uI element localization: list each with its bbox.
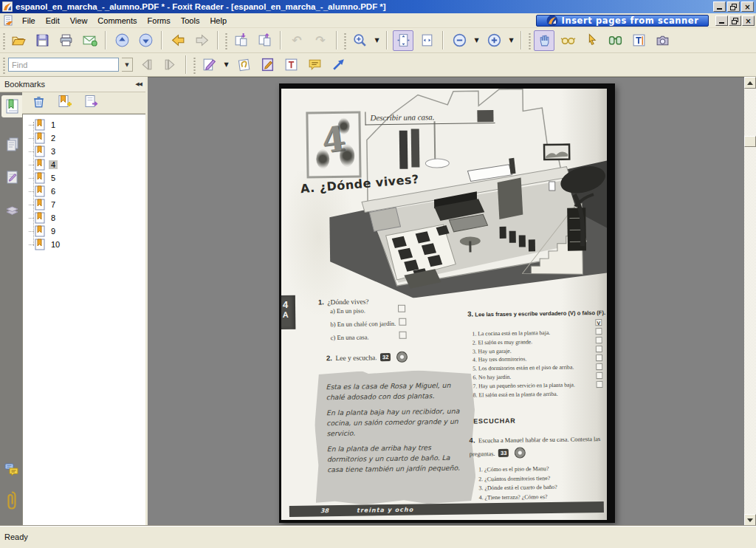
bookmark-item-3[interactable]: 3 <box>23 145 145 158</box>
bookmark-label: 9 <box>49 227 58 236</box>
layers-tab[interactable] <box>1 199 22 221</box>
note-tool-button[interactable] <box>257 55 278 75</box>
menu-file[interactable]: File <box>17 15 41 27</box>
redo-button[interactable]: ↷ <box>310 30 331 51</box>
search-button[interactable] <box>605 30 625 51</box>
menu-view[interactable]: View <box>65 15 93 27</box>
bookmark-page-icon <box>35 159 46 171</box>
exercise-1-title: 1. ¿Dónde vives? <box>318 293 369 307</box>
undo-button[interactable]: ↶ <box>286 30 307 51</box>
close-button[interactable]: × <box>741 1 754 12</box>
minimize-button[interactable] <box>713 1 726 12</box>
typewriter-tool-button[interactable] <box>281 55 301 75</box>
export-bookmark-button[interactable] <box>83 94 100 112</box>
comments-summary-tab[interactable] <box>1 459 22 481</box>
bookmark-label: 4 <box>49 160 58 169</box>
toolbar-grip[interactable] <box>343 32 346 49</box>
attachments-tab[interactable] <box>1 490 22 512</box>
insert-pages-button[interactable] <box>230 30 251 51</box>
snapshot-button[interactable] <box>652 30 673 51</box>
open-file-button[interactable] <box>8 30 29 51</box>
bookmark-item-4-selected[interactable]: 4 <box>23 158 145 171</box>
document-close-button[interactable]: × <box>742 16 755 26</box>
bookmark-item-2[interactable]: 2 <box>23 131 145 145</box>
select-annotation-button[interactable] <box>581 30 602 51</box>
zoom-out-dropdown[interactable]: ▼ <box>472 30 481 51</box>
exercise-4-title: Escucha a Manuel hablar de su casa. Cont… <box>470 436 601 458</box>
bookmarks-tab[interactable] <box>1 95 22 117</box>
comment-tool-button[interactable] <box>304 55 325 75</box>
marquee-zoom-button[interactable] <box>349 30 370 51</box>
restore-button[interactable] <box>727 1 740 12</box>
previous-view-button[interactable] <box>168 30 188 51</box>
toolbar-grip[interactable] <box>1 56 5 74</box>
bookmark-item-1[interactable]: 1 <box>23 118 145 131</box>
foxit-reader-window: espanol_en_marcha_-_alumno.PDF * - Foxit… <box>0 0 756 548</box>
menu-forms[interactable]: Forms <box>142 15 176 27</box>
bookmark-item-10[interactable]: 10 <box>23 238 145 251</box>
toolbar-separator <box>185 55 187 74</box>
highlight-tool-dropdown[interactable]: ▼ <box>222 55 230 75</box>
print-button[interactable] <box>55 30 76 51</box>
bookmark-page-icon <box>35 119 46 131</box>
document-minimize-button[interactable] <box>715 16 728 26</box>
find-dropdown[interactable]: ▼ <box>122 58 133 72</box>
fit-width-button[interactable] <box>416 30 437 51</box>
highlight-tool-button[interactable] <box>199 55 219 75</box>
toolbar-grip[interactable] <box>1 32 5 49</box>
bookmark-label: 8 <box>49 213 58 222</box>
add-bookmark-icon <box>57 94 73 109</box>
add-bookmark-button[interactable] <box>57 94 73 112</box>
menu-comments[interactable]: Comments <box>92 15 142 27</box>
zoom-in-button[interactable] <box>484 30 504 51</box>
magnifier-plus-icon <box>352 32 368 48</box>
scroll-down-button[interactable] <box>744 514 756 526</box>
email-button[interactable] <box>79 30 100 51</box>
scrollbar-thumb[interactable] <box>744 136 756 147</box>
toolbar-grip[interactable] <box>527 32 531 49</box>
bookmark-item-7[interactable]: 7 <box>23 198 145 211</box>
true-false-checkbox <box>596 372 602 379</box>
bookmark-item-9[interactable]: 9 <box>23 225 145 238</box>
hand-tool-button[interactable] <box>534 30 554 51</box>
attach-file-button[interactable] <box>233 55 254 75</box>
arrow-tool-button[interactable] <box>328 55 348 75</box>
next-page-circle-button[interactable] <box>135 30 156 51</box>
menu-edit[interactable]: Edit <box>41 15 65 27</box>
collapse-panel-button[interactable]: ◀◀ <box>134 80 143 89</box>
extract-pages-button[interactable] <box>254 30 275 51</box>
toolbar-grip[interactable] <box>224 32 227 49</box>
find-next-button[interactable] <box>159 55 180 75</box>
insert-pages-from-scanner-banner[interactable]: Insert pages from scanner <box>536 15 709 27</box>
next-view-button[interactable] <box>191 30 212 51</box>
delete-bookmark-button[interactable] <box>31 94 47 112</box>
find-previous-button[interactable] <box>136 55 157 75</box>
bookmark-item-6[interactable]: 6 <box>23 185 145 198</box>
bookmark-item-5[interactable]: 5 <box>23 171 145 185</box>
pages-tab[interactable] <box>1 134 22 156</box>
toolbar-grip[interactable] <box>192 56 196 74</box>
bookmark-page-icon <box>35 132 46 144</box>
previous-page-circle-button[interactable] <box>111 30 132 51</box>
document-pane[interactable]: 4 Describir una casa. A. ¿Dónde vives? 4… <box>148 77 744 526</box>
scroll-up-button[interactable] <box>744 77 756 89</box>
bookmark-item-8[interactable]: 8 <box>23 211 145 225</box>
zoom-in-dropdown[interactable]: ▼ <box>507 30 515 51</box>
menu-help[interactable]: Help <box>205 15 232 27</box>
document-restore-button[interactable] <box>729 16 741 26</box>
save-button[interactable] <box>32 30 52 51</box>
select-text-button[interactable] <box>628 30 649 51</box>
unit-number-frame: 4 <box>306 112 361 179</box>
find-input[interactable] <box>8 58 119 72</box>
menu-tools[interactable]: Tools <box>176 15 205 27</box>
comments-panel-tab[interactable] <box>1 166 22 188</box>
menu-bar: File Edit View Comments Forms Tools Help… <box>0 13 756 28</box>
bookmarks-tab-icon <box>4 98 20 114</box>
vertical-scrollbar[interactable] <box>744 77 756 526</box>
bookmark-page-icon <box>35 225 46 237</box>
marquee-zoom-dropdown[interactable]: ▼ <box>373 30 381 51</box>
fit-page-button[interactable] <box>393 30 413 51</box>
reading-mode-button[interactable] <box>557 30 578 51</box>
comments-page-tab-icon <box>4 169 20 185</box>
zoom-out-button[interactable] <box>449 30 470 51</box>
